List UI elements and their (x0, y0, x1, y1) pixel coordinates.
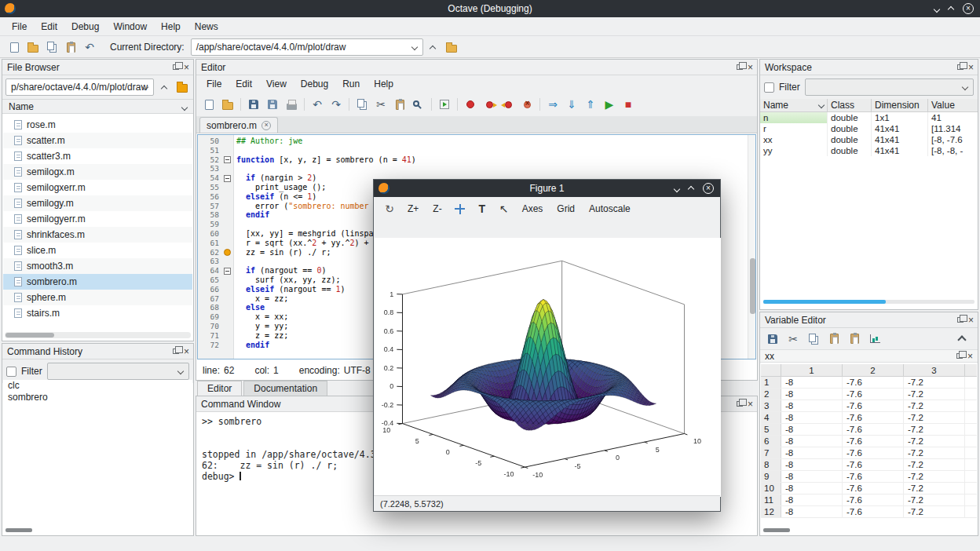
grid-row-header[interactable]: 3 (761, 400, 781, 411)
new-icon[interactable] (199, 95, 218, 114)
bpnext-icon[interactable] (480, 95, 499, 114)
file-item-semilogy[interactable]: semilogy.m (3, 195, 192, 211)
run-icon[interactable]: ▶ (600, 95, 619, 114)
rotate-tool[interactable]: ↻ (380, 199, 399, 218)
pan-tool[interactable] (451, 199, 470, 218)
save-icon[interactable] (244, 95, 263, 114)
grid-cell[interactable]: -7.2 (904, 506, 965, 517)
axes-button[interactable]: Axes (517, 201, 549, 217)
tab-close-icon[interactable]: × (261, 121, 271, 130)
grid-row-header[interactable]: 1 (761, 377, 781, 388)
column-header-name[interactable]: Name (760, 99, 828, 111)
print-icon[interactable] (282, 95, 301, 114)
grid-column-2[interactable]: 2 (843, 364, 904, 376)
close-panel-icon[interactable]: × (748, 400, 753, 409)
text-tool[interactable]: T (473, 199, 492, 218)
minimize-icon[interactable] (675, 183, 679, 194)
menu-file[interactable]: File (5, 18, 34, 35)
grid-cell[interactable]: -7.2 (904, 471, 965, 482)
file-browser-path-combo[interactable]: p/share/octave/4.4.0/m/plot/draw (5, 78, 154, 96)
close-panel-icon[interactable]: × (748, 63, 753, 72)
fb-actions-button[interactable] (174, 78, 190, 97)
workspace-row-r[interactable]: rdouble41x41[11.314 (760, 123, 978, 134)
grid-cell[interactable]: -7.6 (843, 494, 904, 505)
undock-icon[interactable] (957, 64, 964, 70)
close-icon[interactable]: × (963, 3, 974, 14)
editor-menu-view[interactable]: View (259, 75, 294, 93)
grid-cell[interactable]: -8 (781, 400, 843, 411)
close-variable-icon[interactable]: × (967, 352, 973, 361)
grid-cell[interactable]: -8 (781, 494, 843, 505)
grid-cell[interactable]: -7.2 (904, 459, 965, 470)
browse-directory-button[interactable] (442, 38, 461, 57)
grid-button[interactable]: Grid (551, 201, 580, 217)
close-panel-icon[interactable]: × (184, 63, 189, 72)
column-header-value[interactable]: Value (928, 99, 978, 111)
grid-cell[interactable]: -7.6 (843, 412, 904, 423)
copy-icon[interactable] (804, 330, 823, 348)
grid-cell[interactable]: -7.6 (843, 377, 904, 388)
grid-cell[interactable]: -7.2 (904, 483, 965, 494)
titlebar[interactable]: Octave (Debugging) × (0, 0, 980, 17)
open-icon[interactable] (24, 38, 42, 57)
grid-cell[interactable]: -7.6 (843, 471, 904, 482)
grid-cell[interactable]: -8 (781, 471, 843, 482)
dir-up-button[interactable] (423, 38, 442, 57)
name-column-header[interactable]: Name (9, 101, 34, 112)
menu-window[interactable]: Window (106, 18, 154, 35)
chevron-down-icon[interactable] (182, 101, 187, 112)
fold-icon[interactable] (224, 175, 231, 182)
menu-edit[interactable]: Edit (34, 18, 64, 35)
paste-icon[interactable] (845, 330, 864, 348)
grid-row-header[interactable]: 8 (761, 459, 781, 470)
close-panel-icon[interactable]: × (968, 63, 974, 72)
grid-cell[interactable]: -7.2 (904, 436, 965, 447)
grid-column-1[interactable]: 1 (781, 364, 843, 376)
maximize-icon[interactable] (689, 183, 693, 194)
copy-icon[interactable] (353, 95, 371, 114)
workspace-row-xx[interactable]: xxdouble41x41[-8, -7.6 (760, 134, 978, 145)
grid-cell[interactable]: -7.2 (904, 400, 965, 411)
open-icon[interactable] (218, 95, 237, 114)
grid-row-header[interactable]: 5 (761, 424, 781, 435)
grid-cell[interactable]: -8 (781, 412, 843, 423)
workspace-horizontal-scrollbar[interactable] (763, 300, 975, 304)
grid-cell[interactable]: -7.2 (904, 377, 965, 388)
grid-cell[interactable]: -8 (781, 389, 843, 400)
grid-row-header[interactable]: 7 (761, 447, 781, 458)
filter-checkbox[interactable] (764, 82, 774, 93)
file-item-semilogxerr[interactable]: semilogxerr.m (3, 180, 192, 195)
step-icon[interactable]: ⇒ (543, 95, 562, 114)
runsel-icon[interactable] (435, 95, 454, 114)
grid-cell[interactable]: -7.2 (904, 424, 965, 435)
grid-row-header[interactable]: 6 (761, 436, 781, 447)
close-panel-icon[interactable]: × (184, 347, 189, 356)
editor-menu-debug[interactable]: Debug (294, 75, 335, 93)
grid-column-3[interactable]: 3 (904, 364, 965, 376)
editor-menu-help[interactable]: Help (367, 75, 400, 93)
file-item-semilogx[interactable]: semilogx.m (3, 164, 192, 180)
undock-icon[interactable] (173, 348, 179, 354)
editor-vertical-scrollbar[interactable] (748, 135, 755, 359)
maximize-icon[interactable] (949, 3, 953, 14)
grid-row-header[interactable]: 9 (761, 471, 781, 482)
undock-icon[interactable] (737, 401, 743, 407)
grid-cell[interactable]: -8 (781, 377, 843, 388)
grid-cell[interactable]: -7.2 (904, 389, 965, 400)
bp-icon[interactable] (461, 95, 480, 114)
new-icon[interactable] (5, 38, 24, 57)
editor-menu-run[interactable]: Run (335, 75, 367, 93)
select-tool[interactable]: ↖ (495, 199, 514, 218)
grid-cell[interactable]: -7.6 (843, 400, 904, 411)
file-item-scatter[interactable]: scatter.m (3, 133, 192, 148)
file-item-smooth3[interactable]: smooth3.m (3, 258, 192, 274)
ve-horizontal-scrollbar[interactable] (763, 528, 790, 532)
file-item-stairs[interactable]: stairs.m (3, 305, 192, 321)
undock-icon[interactable] (957, 317, 964, 323)
grid-cell[interactable]: -7.6 (843, 436, 904, 447)
grid-cell[interactable]: -7.6 (843, 483, 904, 494)
paste-icon[interactable] (61, 38, 80, 57)
cut-icon[interactable]: ✂ (784, 330, 803, 348)
current-directory-combo[interactable]: /app/share/octave/4.4.0/m/plot/draw (191, 38, 423, 56)
redo-icon[interactable]: ↷ (327, 95, 346, 114)
